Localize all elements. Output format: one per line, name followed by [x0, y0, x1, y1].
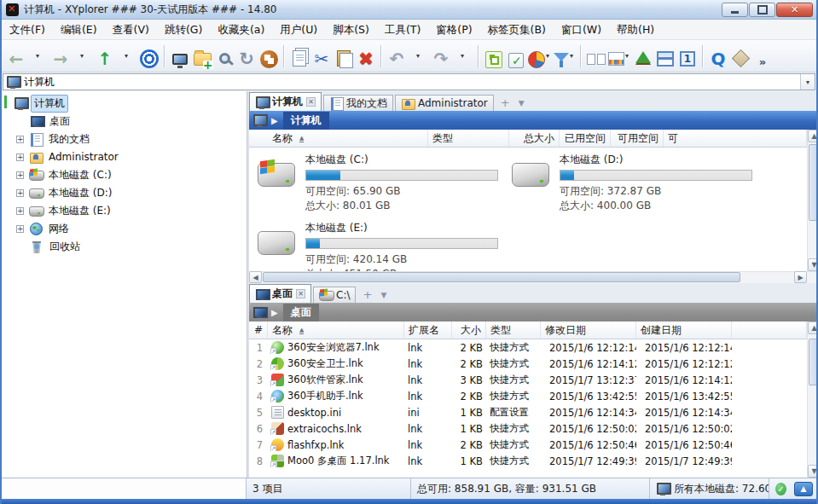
- expander-icon[interactable]: +: [16, 207, 24, 215]
- tree-item-drive-d[interactable]: + 本地磁盘 (D:): [2, 184, 114, 201]
- scrollbar-thumb[interactable]: [809, 339, 818, 385]
- horizontal-scrollbar[interactable]: ◀ ▶: [249, 271, 818, 283]
- column-header-modified[interactable]: 修改日期: [541, 322, 636, 339]
- back-dropdown[interactable]: ▾: [28, 44, 49, 68]
- expander-icon[interactable]: +: [16, 136, 24, 143]
- scroll-up-button[interactable]: ▲: [808, 130, 818, 142]
- restore-button[interactable]: [749, 3, 775, 17]
- menu-item-user[interactable]: 用户(U): [272, 20, 325, 40]
- menu-item-scripting[interactable]: 脚本(S): [325, 20, 377, 40]
- forward-button[interactable]: →: [50, 44, 71, 68]
- tab-c-drive[interactable]: C:\: [313, 287, 356, 303]
- tree-item-drive-c[interactable]: + 本地磁盘 (C:): [2, 166, 114, 183]
- statistics-button[interactable]: ▾: [528, 44, 552, 68]
- file-row[interactable]: 2 360安全卫士.lnk lnk 2 KB 快捷方式 2015/1/6 12:…: [249, 356, 807, 372]
- menu-item-favorites[interactable]: 收藏夹(a): [210, 20, 272, 40]
- expander-icon[interactable]: +: [16, 225, 24, 233]
- breadcrumb-location[interactable]: 计算机: [283, 112, 329, 130]
- file-row[interactable]: 1 360安全浏览器7.lnk lnk 2 KB 快捷方式 2015/1/6 1…: [249, 339, 807, 356]
- scroll-right-button[interactable]: ▶: [794, 271, 807, 283]
- tab-list-button[interactable]: ▼: [515, 99, 528, 111]
- back-button[interactable]: ←: [6, 44, 26, 68]
- tree-item-my-documents[interactable]: + 我的文档: [2, 130, 92, 148]
- scroll-left-button[interactable]: ◀: [249, 271, 262, 283]
- cut-button[interactable]: ✂: [311, 44, 332, 68]
- my-computer-button[interactable]: [170, 44, 190, 68]
- delete-button[interactable]: ✖: [356, 44, 376, 68]
- refresh-button[interactable]: ↻: [236, 44, 257, 68]
- menu-item-view[interactable]: 查看(V): [105, 20, 157, 40]
- vertical-scrollbar[interactable]: ▲ ▼: [807, 322, 818, 478]
- column-header-created[interactable]: 创建日期: [636, 322, 732, 339]
- menu-item-window[interactable]: 窗口(W): [554, 20, 609, 40]
- column-header-used-space[interactable]: 已用空间: [560, 130, 611, 147]
- checkbox-selection-button[interactable]: [506, 44, 526, 68]
- column-header-index[interactable]: #: [249, 322, 268, 339]
- column-header-type[interactable]: 类型: [486, 322, 541, 339]
- menu-item-help[interactable]: 帮助(H): [609, 20, 662, 40]
- tab-computer[interactable]: 计算机 ✕: [249, 92, 322, 111]
- close-tab-icon[interactable]: ✕: [306, 97, 316, 107]
- tab-desktop[interactable]: 桌面 ✕: [249, 284, 311, 303]
- tag-button[interactable]: [730, 44, 751, 68]
- menu-item-file[interactable]: 文件(F): [2, 20, 53, 40]
- status-up-button[interactable]: ▲: [794, 482, 813, 496]
- hop-button[interactable]: [258, 44, 279, 68]
- file-row[interactable]: 3 360软件管家.lnk lnk 3 KB 快捷方式 2015/1/7 13:…: [249, 372, 807, 388]
- dual-pane-button[interactable]: [586, 44, 606, 68]
- file-row[interactable]: 6 extraicochs.lnk lnk 1 KB 快捷方式 2015/1/6…: [249, 420, 807, 437]
- column-header-extension[interactable]: 扩展名: [404, 322, 452, 339]
- scroll-up-button[interactable]: ▲: [808, 322, 818, 334]
- menu-item-tools[interactable]: 工具(T): [377, 20, 428, 40]
- tab-my-documents[interactable]: 我的文档: [323, 95, 393, 111]
- file-row[interactable]: 7 flashfxp.lnk lnk 2 KB 快捷方式 2015/1/6 12…: [249, 437, 807, 453]
- view-mode-button[interactable]: ▾: [608, 44, 631, 68]
- tree-toggle-button[interactable]: [484, 44, 504, 68]
- address-input[interactable]: 计算机 ▾: [3, 73, 815, 90]
- scrollbar-thumb[interactable]: [263, 272, 740, 282]
- drive-tile-d[interactable]: 本地磁盘 (D:) 可用空间: 372.87 GB 总大小: 400.00 GB: [512, 153, 752, 213]
- breadcrumb-location[interactable]: 桌面: [283, 304, 319, 322]
- expander-icon[interactable]: +: [16, 189, 24, 197]
- search-button[interactable]: [214, 44, 235, 68]
- column-header-type[interactable]: 类型: [428, 130, 509, 147]
- single-pane-button[interactable]: 1: [677, 44, 698, 68]
- menu-item-panes[interactable]: 窗格(P): [428, 20, 479, 40]
- tree-item-network[interactable]: + 网络: [2, 220, 72, 237]
- column-header-size[interactable]: 大小: [452, 322, 486, 339]
- undo-button[interactable]: ↶: [386, 44, 407, 68]
- filter-button[interactable]: ▾: [554, 44, 576, 68]
- address-dropdown-button[interactable]: ▾: [800, 74, 815, 90]
- tree-item-desktop[interactable]: 桌面: [2, 113, 73, 130]
- expander-icon[interactable]: +: [16, 171, 24, 179]
- file-row[interactable]: 5 desktop.ini ini 1 KB 配置设置 2015/1/6 12:…: [249, 404, 807, 420]
- close-button[interactable]: [776, 3, 813, 17]
- vertical-scrollbar[interactable]: ▲ ▼: [807, 130, 818, 271]
- minimize-button[interactable]: [722, 3, 748, 17]
- paste-button[interactable]: [334, 44, 354, 68]
- tab-administrator[interactable]: Administrator: [395, 95, 494, 111]
- scrollbar-thumb[interactable]: [809, 144, 818, 221]
- undo-dropdown[interactable]: ▾: [409, 44, 429, 68]
- expander-icon[interactable]: +: [16, 154, 24, 161]
- menu-item-go[interactable]: 跳转(G): [157, 20, 210, 40]
- menu-item-edit[interactable]: 编辑(E): [53, 20, 105, 40]
- column-header-free-space[interactable]: 可用空间: [611, 130, 664, 147]
- copy-button[interactable]: [289, 44, 310, 68]
- new-tab-button[interactable]: +: [496, 96, 515, 111]
- tree-item-administrator[interactable]: + Administrator: [2, 148, 121, 165]
- scroll-down-button[interactable]: ▼: [808, 465, 818, 478]
- scroll-down-button[interactable]: ▼: [808, 258, 818, 271]
- tree-item-computer[interactable]: 计算机: [2, 95, 68, 112]
- file-row[interactable]: 4 360手机助手.lnk lnk 2 KB 快捷方式 2015/1/6 13:…: [249, 388, 807, 404]
- live-search-button[interactable]: Q: [708, 44, 728, 68]
- toolbar-overflow-button[interactable]: »: [752, 44, 773, 68]
- new-folder-button[interactable]: [192, 44, 212, 68]
- up-button[interactable]: ↑: [95, 44, 115, 68]
- column-header-name[interactable]: 名称▲: [249, 130, 428, 147]
- tab-list-button[interactable]: ▼: [377, 291, 390, 303]
- up-dropdown[interactable]: ▾: [117, 44, 137, 68]
- file-row[interactable]: 8 Moo0 多桌面 1.17.lnk lnk 1 KB 快捷方式 2015/1…: [249, 453, 807, 469]
- forward-dropdown[interactable]: ▾: [73, 44, 93, 68]
- close-tab-icon[interactable]: ✕: [296, 289, 305, 298]
